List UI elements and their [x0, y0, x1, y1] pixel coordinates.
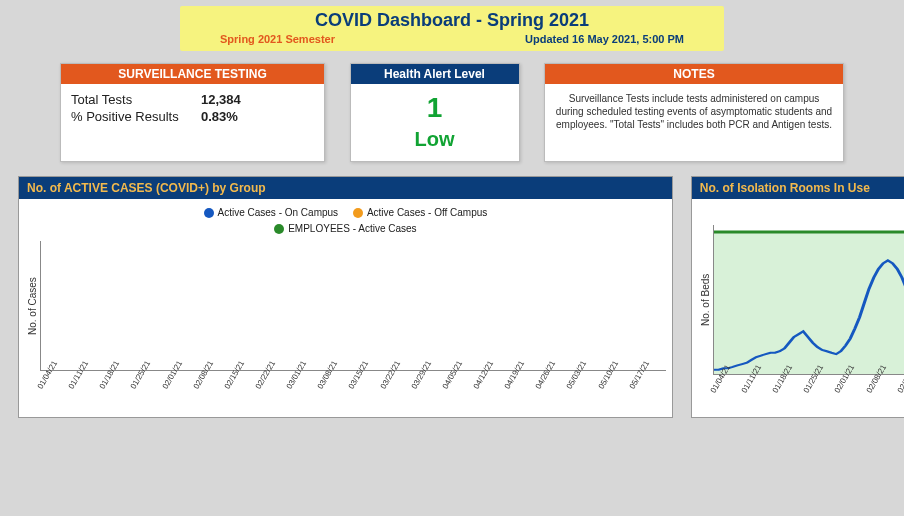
isolation-ylabel: No. of Beds	[698, 225, 713, 375]
banner: COVID Dashboard - Spring 2021 Spring 202…	[180, 6, 724, 51]
isolation-plot-wrap: No. of Beds	[698, 225, 904, 375]
active-cases-body: Active Cases - On Campus Active Cases - …	[19, 199, 672, 413]
isolation-title: No. of Isolation Rooms In Use	[692, 177, 904, 199]
dot-icon	[353, 208, 363, 218]
active-cases-bars	[41, 241, 666, 370]
active-cases-legend: Active Cases - On Campus Active Cases - …	[25, 205, 666, 237]
health-alert-number: 1	[351, 92, 519, 124]
surveillance-body: Total Tests 12,384 % Positive Results 0.…	[61, 84, 324, 132]
charts-row: No. of ACTIVE CASES (COVID+) by Group Ac…	[18, 176, 886, 418]
surveillance-positive-label: % Positive Results	[71, 109, 201, 124]
notes-card: NOTES Surveillance Tests include tests a…	[544, 63, 844, 162]
subtitle-left: Spring 2021 Semester	[220, 33, 335, 45]
svg-rect-0	[714, 232, 904, 374]
notes-body: Surveillance Tests include tests adminis…	[545, 84, 843, 139]
active-cases-ylabel: No. of Cases	[25, 241, 40, 371]
dot-icon	[274, 224, 284, 234]
isolation-xticks: 01/04/2101/11/2101/18/2101/25/2102/01/21…	[712, 375, 904, 415]
isolation-legend: Isolation Beds in Use Isolation Threshol…	[698, 205, 904, 221]
subtitle-right: Updated 16 May 2021, 5:00 PM	[525, 33, 684, 45]
notes-header: NOTES	[545, 64, 843, 84]
legend-off-campus: Active Cases - Off Campus	[353, 205, 487, 221]
isolation-plot	[713, 225, 904, 375]
isolation-body: Isolation Beds in Use Isolation Threshol…	[692, 199, 904, 417]
active-cases-title: No. of ACTIVE CASES (COVID+) by Group	[19, 177, 672, 199]
health-alert-card: Health Alert Level 1 Low	[350, 63, 520, 162]
active-cases-chart: No. of ACTIVE CASES (COVID+) by Group Ac…	[18, 176, 673, 418]
active-cases-plot	[40, 241, 666, 371]
legend-employees: EMPLOYEES - Active Cases	[274, 221, 416, 237]
surveillance-positive-row: % Positive Results 0.83%	[71, 109, 314, 124]
surveillance-total-label: Total Tests	[71, 92, 201, 107]
health-alert-word: Low	[351, 128, 519, 151]
isolation-chart: No. of Isolation Rooms In Use Isolation …	[691, 176, 904, 418]
isolation-svg	[714, 225, 904, 374]
surveillance-total-value: 12,384	[201, 92, 241, 107]
active-cases-plot-wrap: No. of Cases	[25, 241, 666, 371]
health-alert-header: Health Alert Level	[351, 64, 519, 84]
top-cards-row: SURVEILLANCE TESTING Total Tests 12,384 …	[60, 63, 844, 162]
dot-icon	[204, 208, 214, 218]
surveillance-positive-value: 0.83%	[201, 109, 238, 124]
surveillance-card: SURVEILLANCE TESTING Total Tests 12,384 …	[60, 63, 325, 162]
surveillance-total-row: Total Tests 12,384	[71, 92, 314, 107]
active-cases-xticks: 01/04/2101/11/2101/18/2101/25/2102/01/21…	[39, 371, 666, 411]
legend-on-campus: Active Cases - On Campus	[204, 205, 339, 221]
page-title: COVID Dashboard - Spring 2021	[190, 10, 714, 31]
banner-subrow: Spring 2021 Semester Updated 16 May 2021…	[190, 33, 714, 45]
surveillance-header: SURVEILLANCE TESTING	[61, 64, 324, 84]
